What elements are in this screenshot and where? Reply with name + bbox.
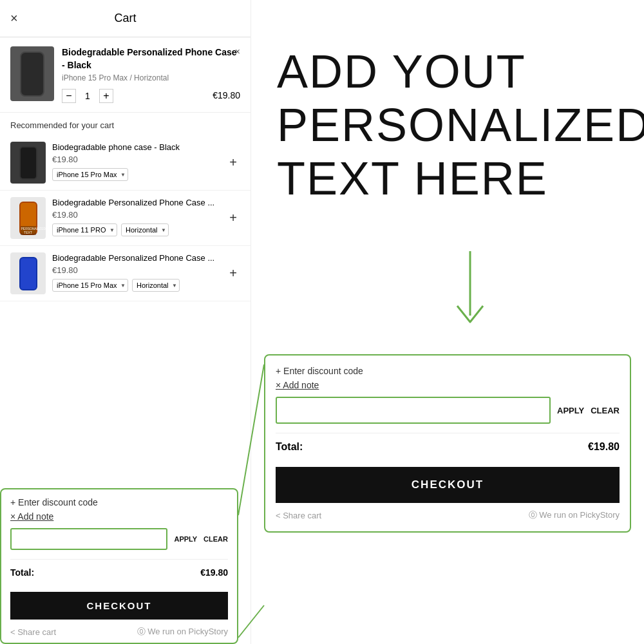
- qty-decrease-button[interactable]: −: [62, 89, 76, 103]
- recommended-header: Recommended for your cart: [0, 113, 251, 135]
- cart-bottom-small: + Enter discount code × Add note APPLY C…: [0, 488, 238, 644]
- rec-item-1: Biodegradable phone case - Black €19.80 …: [0, 135, 251, 191]
- rec-item-3-name: Biodegradable Personalized Phone Case ..…: [52, 252, 240, 264]
- add-note-link-small[interactable]: × Add note: [10, 511, 53, 522]
- add-note-link-large[interactable]: × Add note: [276, 380, 319, 390]
- rec-item-2: PERSONALIZED TEXT ✳ ✳ Biodegradable Pers…: [0, 191, 251, 246]
- clear-button-small[interactable]: CLEAR: [204, 535, 228, 543]
- rec-item-1-selects: iPhone 15 Pro Max: [52, 168, 240, 181]
- rec-item-1-image: [10, 142, 46, 184]
- cart-header: × Cart: [0, 0, 251, 37]
- arrow-container: [438, 251, 502, 337]
- item-price: €19.80: [213, 90, 240, 100]
- iphone-select-wrapper-2: iPhone 11 PRO: [52, 223, 117, 236]
- qty-increase-button[interactable]: +: [99, 89, 113, 103]
- item-variant: iPhone 15 Pro Max / Horizontal: [62, 73, 240, 82]
- rec-item-1-details: Biodegradable phone case - Black €19.80 …: [52, 142, 240, 181]
- checkout-button-small[interactable]: CHECKOUT: [10, 592, 228, 620]
- annotation-line-3: TEXT HERE: [277, 152, 644, 205]
- discount-input-row-small: APPLY CLEAR: [10, 528, 228, 550]
- iphone-select-wrapper-3: iPhone 15 Pro Max: [52, 279, 128, 292]
- rec-item-2-details: Biodegradable Personalized Phone Case ..…: [52, 197, 240, 236]
- share-cart-label-large[interactable]: < Share cart: [276, 511, 321, 520]
- rec-item-2-image: PERSONALIZED TEXT ✳ ✳: [10, 197, 46, 239]
- discount-code-label-large[interactable]: + Enter discount code: [276, 366, 620, 376]
- iphone-11-pro-select[interactable]: iPhone 11 PRO: [52, 223, 117, 236]
- rec-item-1-add-button[interactable]: +: [226, 156, 240, 170]
- rec-item-3-image: ✳ ✳: [10, 252, 46, 294]
- total-label-large: Total:: [276, 441, 303, 453]
- total-label-small: Total:: [10, 567, 34, 578]
- orientation-select-wrapper-3: Horizontal: [132, 279, 180, 292]
- iphone-15-pro-max-select-3[interactable]: iPhone 15 Pro Max: [52, 279, 128, 292]
- iphone-select-wrapper-1: iPhone 15 Pro Max: [52, 168, 128, 181]
- discount-input-small[interactable]: [10, 528, 167, 550]
- apply-button-large[interactable]: APPLY: [557, 406, 584, 415]
- rec-item-2-price: €19.80: [52, 210, 240, 220]
- rec-phone-orange: PERSONALIZED TEXT: [19, 202, 37, 235]
- share-cart-label-small[interactable]: < Share cart: [10, 627, 56, 637]
- apply-button-small[interactable]: APPLY: [174, 535, 197, 543]
- orientation-select-wrapper-2: Horizontal: [121, 223, 169, 236]
- cart-panel: × Cart Biodegradable Personalized Phone …: [0, 0, 251, 644]
- annotation-text: ADD YOUT PERSONALIZED TEXT HERE: [277, 45, 644, 205]
- total-row-small: Total: €19.80: [10, 559, 228, 585]
- checkout-button-large[interactable]: CHECKOUT: [276, 467, 620, 503]
- rec-item-3-details: Biodegradable Personalized Phone Case ..…: [52, 252, 240, 292]
- rec-item-2-add-button[interactable]: +: [226, 211, 240, 225]
- rec-item-2-name: Biodegradable Personalized Phone Case ..…: [52, 197, 240, 209]
- rec-item-2-selects: iPhone 11 PRO Horizontal: [52, 223, 240, 236]
- total-price-large: €19.80: [588, 441, 620, 453]
- total-row-large: Total: €19.80: [276, 433, 620, 460]
- total-price-small: €19.80: [200, 567, 228, 578]
- clear-button-large[interactable]: CLEAR: [591, 406, 620, 415]
- rec-item-3-add-button[interactable]: +: [226, 267, 240, 281]
- rec-item-3-price: €19.80: [52, 265, 240, 275]
- powered-by-small: ⓪ We run on PickyStory: [137, 626, 228, 638]
- right-area: ADD YOUT PERSONALIZED TEXT HERE + Enter …: [251, 0, 644, 644]
- discount-code-label-small[interactable]: + Enter discount code: [10, 497, 228, 507]
- add-note-large: × Add note: [276, 380, 620, 390]
- rec-item-1-name: Biodegradable phone case - Black: [52, 142, 240, 153]
- close-button[interactable]: ×: [10, 11, 18, 26]
- iphone-15-pro-max-select-1[interactable]: iPhone 15 Pro Max: [52, 168, 128, 181]
- phone-case-thumbnail: [20, 52, 44, 97]
- rec-phone-dark: [19, 146, 37, 180]
- personalized-text-label: PERSONALIZED TEXT: [21, 226, 36, 235]
- share-row-small: < Share cart ⓪ We run on PickyStory: [10, 626, 228, 638]
- rec-item-1-price: €19.80: [52, 155, 240, 164]
- horizontal-select-2[interactable]: Horizontal: [121, 223, 169, 236]
- add-note-small: × Add note: [10, 511, 228, 522]
- cart-item: Biodegradable Personalized Phone Case - …: [0, 37, 251, 113]
- rec-item-3-selects: iPhone 15 Pro Max Horizontal: [52, 279, 240, 292]
- cart-title: Cart: [114, 12, 136, 25]
- horizontal-select-3[interactable]: Horizontal: [132, 279, 180, 292]
- rec-item-3: ✳ ✳ Biodegradable Personalized Phone Cas…: [0, 246, 251, 301]
- powered-by-large: ⓪ We run on PickyStory: [529, 509, 620, 521]
- annotation-line-2: PERSONALIZED: [277, 99, 644, 152]
- arrow-icon: [438, 251, 502, 335]
- discount-input-large[interactable]: [276, 397, 551, 424]
- annotation-line-1: ADD YOUT: [277, 45, 644, 99]
- qty-value: 1: [81, 91, 94, 101]
- cart-item-image: [10, 46, 54, 101]
- item-remove-button[interactable]: ×: [235, 46, 240, 57]
- share-row-large: < Share cart ⓪ We run on PickyStory: [276, 509, 620, 521]
- cart-bottom-large: + Enter discount code × Add note APPLY C…: [264, 354, 631, 533]
- discount-input-row-large: APPLY CLEAR: [276, 397, 620, 424]
- rec-phone-blue: [19, 257, 37, 290]
- item-name: Biodegradable Personalized Phone Case - …: [62, 46, 240, 71]
